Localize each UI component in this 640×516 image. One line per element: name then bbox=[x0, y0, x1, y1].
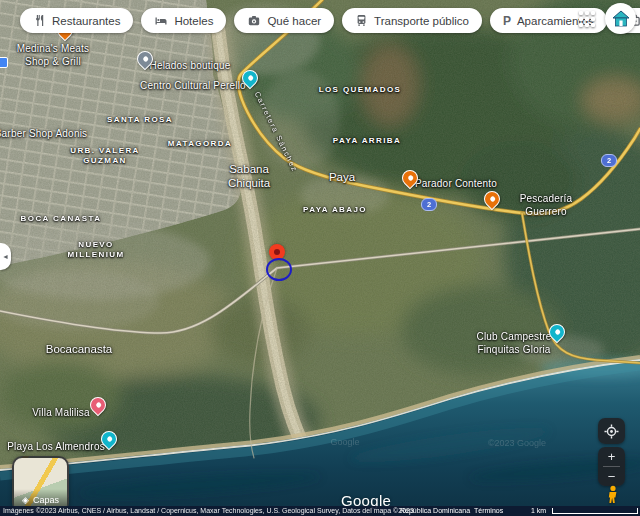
terms-link[interactable]: Términos bbox=[474, 506, 503, 516]
route-2-shield: 2 bbox=[421, 198, 437, 211]
zoom-out-button[interactable]: − bbox=[598, 467, 625, 486]
chip-label: Hoteles bbox=[174, 15, 213, 27]
google-apps-icon[interactable] bbox=[579, 11, 595, 27]
satellite-map-canvas[interactable] bbox=[0, 0, 640, 516]
pegman-streetview[interactable] bbox=[604, 485, 622, 504]
layers-icon: ◈ bbox=[22, 495, 29, 505]
my-location-button[interactable] bbox=[598, 418, 625, 444]
pegman-icon bbox=[604, 485, 622, 504]
restaurant-icon bbox=[33, 14, 46, 27]
chip-label: Transporte público bbox=[374, 15, 469, 27]
layers-widget[interactable]: ◈ Capas bbox=[12, 456, 69, 513]
hotel-icon bbox=[154, 14, 168, 28]
collapse-arrow-icon: ◄ bbox=[2, 253, 9, 260]
scale-label: 1 km bbox=[531, 506, 546, 516]
region-link[interactable]: República Dominicana bbox=[400, 506, 470, 516]
zoom-in-button[interactable]: + bbox=[598, 447, 625, 466]
chip-label: Restaurantes bbox=[52, 15, 120, 27]
scale-bar bbox=[552, 508, 638, 514]
attribution-bar: Imágenes ©2023 Airbus, CNES / Airbus, La… bbox=[0, 506, 640, 516]
zoom-control: + − bbox=[598, 447, 625, 486]
travel-profile-button[interactable] bbox=[605, 3, 636, 34]
chip-hoteles[interactable]: Hoteles bbox=[141, 8, 226, 33]
chip-que-hacer[interactable]: Qué hacer bbox=[234, 8, 334, 33]
selection-circle bbox=[266, 258, 292, 281]
my-location-icon bbox=[604, 424, 619, 439]
lodging-icon[interactable] bbox=[0, 57, 8, 68]
house-icon bbox=[611, 9, 631, 29]
parking-icon: P bbox=[503, 14, 511, 28]
google-maps-satellite-view: Medina's Meats Shop & Grill Helados bout… bbox=[0, 0, 640, 516]
chip-transporte-publico[interactable]: Transporte público bbox=[342, 8, 482, 33]
imagery-attribution: Imágenes ©2023 Airbus, CNES / Airbus, La… bbox=[3, 506, 414, 516]
chip-restaurantes[interactable]: Restaurantes bbox=[20, 8, 133, 33]
attractions-icon bbox=[247, 14, 261, 28]
category-chip-bar: Restaurantes Hoteles Qué hacer bbox=[20, 8, 640, 33]
transit-icon bbox=[355, 14, 368, 27]
layers-label: Capas bbox=[33, 495, 59, 505]
chip-label: Qué hacer bbox=[267, 15, 321, 27]
route-2-shield: 2 bbox=[601, 154, 617, 167]
